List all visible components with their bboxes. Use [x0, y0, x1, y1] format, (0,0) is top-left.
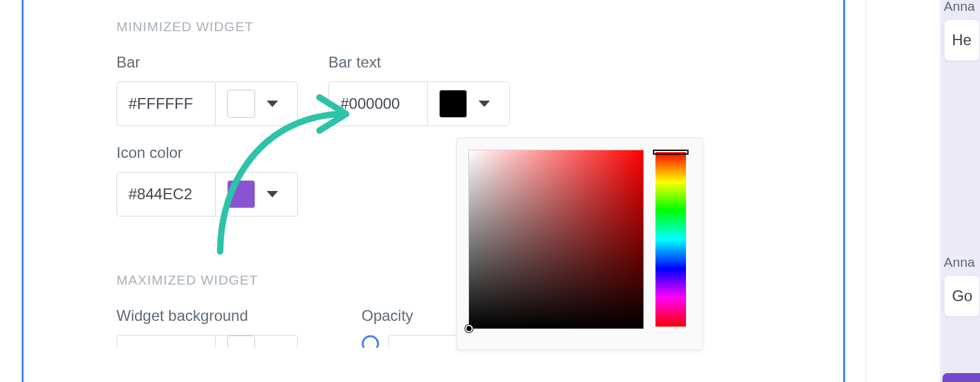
- sv-cursor-icon: [465, 325, 473, 332]
- svg-point-0: [363, 336, 378, 348]
- bar-color-input[interactable]: #FFFFFF: [116, 81, 215, 126]
- color-swatch-icon: [439, 90, 467, 118]
- field-label: Bar text: [328, 53, 510, 71]
- bar-color-picker-button[interactable]: [215, 81, 298, 126]
- chat-preview-panel: Anna He Anna Go: [940, 0, 980, 382]
- chevron-down-icon: [267, 191, 278, 197]
- message-bubble: He: [944, 19, 980, 61]
- field-label: Bar: [116, 53, 298, 71]
- bar-text-color-picker-button[interactable]: [427, 81, 510, 126]
- icon-color-input[interactable]: #844EC2: [116, 172, 215, 216]
- field-opacity: Opacity: [361, 307, 471, 348]
- hue-cursor-icon: [653, 150, 689, 155]
- section-heading-minimized: MINIMIZED WIDGET: [116, 19, 843, 34]
- field-label: Icon color: [116, 144, 298, 162]
- chat-message: Anna Go: [940, 255, 980, 317]
- widget-bg-color-picker-button[interactable]: [215, 335, 298, 348]
- color-picker-popover: [456, 138, 703, 350]
- chevron-down-icon: [267, 101, 278, 107]
- field-bar-color: Bar #FFFFFF: [116, 53, 298, 126]
- bar-text-color-input[interactable]: #000000: [328, 81, 427, 126]
- message-bubble: Go: [944, 275, 980, 317]
- color-swatch-icon: [227, 336, 255, 348]
- widget-header-bar-preview: [942, 373, 980, 382]
- field-label: Opacity: [361, 307, 471, 325]
- color-swatch-icon: [227, 90, 255, 118]
- hue-slider[interactable]: [655, 152, 686, 327]
- field-widget-background: Widget background: [116, 307, 298, 348]
- color-swatch-icon: [227, 180, 255, 208]
- radio-icon: [361, 335, 379, 348]
- chat-message: Anna He: [940, 0, 980, 61]
- field-icon-color: Icon color #844EC2: [116, 144, 298, 216]
- preview-gutter: Anna He Anna Go: [865, 0, 980, 382]
- saturation-value-field[interactable]: [468, 150, 644, 329]
- icon-color-picker-button[interactable]: [215, 172, 298, 216]
- hue-slider-wrap: [653, 150, 689, 329]
- field-bar-text-color: Bar text #000000: [328, 53, 510, 126]
- widget-color-settings-panel: MINIMIZED WIDGET Bar #FFFFFF Bar text #0…: [22, 0, 845, 382]
- chevron-down-icon: [479, 101, 490, 107]
- message-author: Anna: [944, 0, 980, 14]
- message-author: Anna: [944, 255, 980, 270]
- field-label: Widget background: [116, 307, 298, 325]
- widget-bg-color-input[interactable]: [116, 335, 215, 348]
